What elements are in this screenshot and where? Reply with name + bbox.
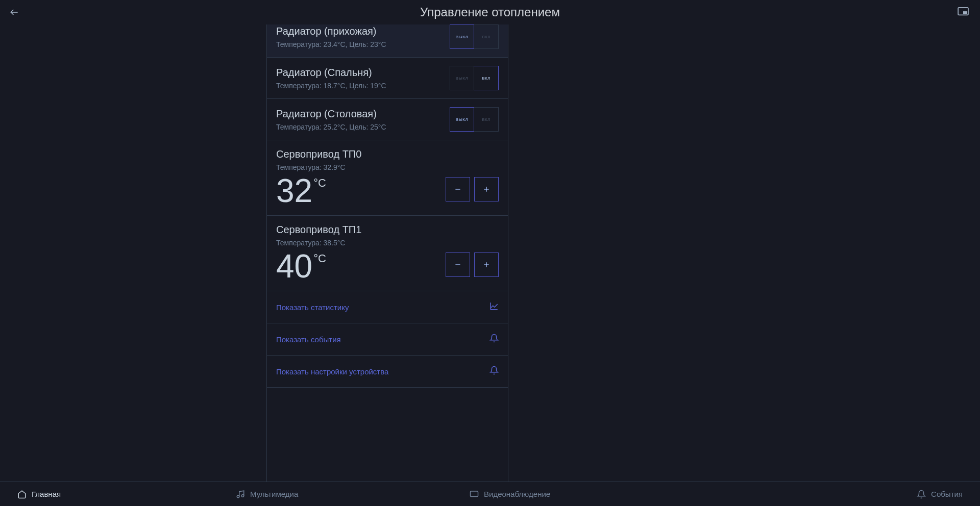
- device-sub: Температура: 38.5°C: [276, 239, 499, 247]
- toggle-off[interactable]: ВЫКЛ: [450, 24, 474, 49]
- nav-label: События: [931, 490, 963, 498]
- nav-label: Видеонаблюдение: [484, 490, 550, 498]
- bell-icon: [489, 366, 499, 377]
- show-events[interactable]: Показать события: [267, 323, 508, 356]
- temperature-unit: °C: [313, 252, 326, 265]
- device-title: Радиатор (Столовая): [276, 108, 386, 120]
- minus-icon: [454, 185, 462, 193]
- plus-button[interactable]: [474, 177, 499, 201]
- nav-events[interactable]: События: [917, 490, 963, 499]
- minus-button[interactable]: [446, 177, 470, 201]
- toggle-off[interactable]: ВЫКЛ: [450, 66, 474, 90]
- svg-point-9: [237, 495, 239, 498]
- page-title: Управление отоплением: [420, 5, 560, 19]
- minus-icon: [454, 261, 462, 269]
- nav-label: Главная: [32, 490, 61, 498]
- device-title: Радиатор (прихожая): [276, 26, 386, 37]
- plus-button[interactable]: [474, 252, 499, 277]
- temperature-unit: °C: [313, 176, 326, 190]
- music-icon: [236, 490, 245, 499]
- monitor-icon: [470, 490, 479, 499]
- device-servo-0: Сервопривод ТП0 Температура: 32.9°C 32 °…: [267, 140, 508, 216]
- temperature-display: 32 °C: [276, 174, 326, 207]
- device-list: Радиатор (прихожая) Температура: 23.4°C,…: [266, 24, 508, 482]
- device-sub: Температура: 32.9°C: [276, 163, 499, 171]
- device-sub: Температура: 25.2°C, Цель: 25°C: [276, 123, 386, 131]
- header: Управление отоплением: [0, 0, 980, 24]
- bottom-nav: Главная Мультимедиа Видеонаблюдение Собы…: [0, 482, 980, 506]
- device-servo-1: Сервопривод ТП1 Температура: 38.5°C 40 °…: [267, 216, 508, 291]
- device-sub: Температура: 23.4°C, Цель: 23°C: [276, 40, 386, 48]
- link-label: Показать статистику: [276, 303, 349, 312]
- svg-point-10: [241, 494, 244, 497]
- toggle-off[interactable]: ВЫКЛ: [450, 107, 474, 132]
- plus-icon: [482, 185, 491, 193]
- stepper: [446, 177, 499, 201]
- link-label: Показать настройки устройства: [276, 367, 388, 376]
- temperature-display: 40 °C: [276, 250, 326, 283]
- toggle-on[interactable]: ВКЛ: [474, 24, 499, 49]
- device-title: Сервопривод ТП1: [276, 224, 499, 236]
- toggle-group: ВЫКЛ ВКЛ: [450, 107, 499, 132]
- nav-media[interactable]: Мультимедиа: [236, 490, 298, 499]
- bell-icon: [917, 490, 926, 499]
- toggle-group: ВЫКЛ ВКЛ: [450, 24, 499, 49]
- device-title: Сервопривод ТП0: [276, 148, 499, 160]
- device-radiator-hall: Радиатор (прихожая) Температура: 23.4°C,…: [267, 24, 508, 58]
- device-radiator-dining: Радиатор (Столовая) Температура: 25.2°C,…: [267, 99, 508, 140]
- plus-icon: [482, 261, 491, 269]
- minus-button[interactable]: [446, 252, 470, 277]
- stepper: [446, 252, 499, 277]
- nav-cctv[interactable]: Видеонаблюдение: [470, 490, 550, 499]
- show-statistics[interactable]: Показать статистику: [267, 291, 508, 323]
- home-icon: [17, 490, 27, 499]
- bell-icon: [489, 334, 499, 345]
- chart-icon: [489, 301, 499, 313]
- device-sub: Температура: 18.7°C, Цель: 19°C: [276, 82, 386, 90]
- link-label: Показать события: [276, 335, 341, 344]
- show-device-settings[interactable]: Показать настройки устройства: [267, 356, 508, 388]
- nav-home[interactable]: Главная: [17, 490, 61, 499]
- nav-label: Мультимедиа: [250, 490, 298, 498]
- toggle-on[interactable]: ВКЛ: [474, 66, 499, 90]
- pip-icon[interactable]: [958, 7, 969, 16]
- temperature-value: 40: [276, 250, 312, 283]
- back-button[interactable]: [9, 7, 19, 17]
- toggle-on[interactable]: ВКЛ: [474, 107, 499, 132]
- toggle-group: ВЫКЛ ВКЛ: [450, 66, 499, 90]
- svg-rect-2: [963, 11, 967, 14]
- device-radiator-bedroom: Радиатор (Спальня) Температура: 18.7°C, …: [267, 58, 508, 99]
- temperature-value: 32: [276, 174, 312, 207]
- svg-rect-11: [471, 491, 478, 497]
- device-title: Радиатор (Спальня): [276, 67, 386, 79]
